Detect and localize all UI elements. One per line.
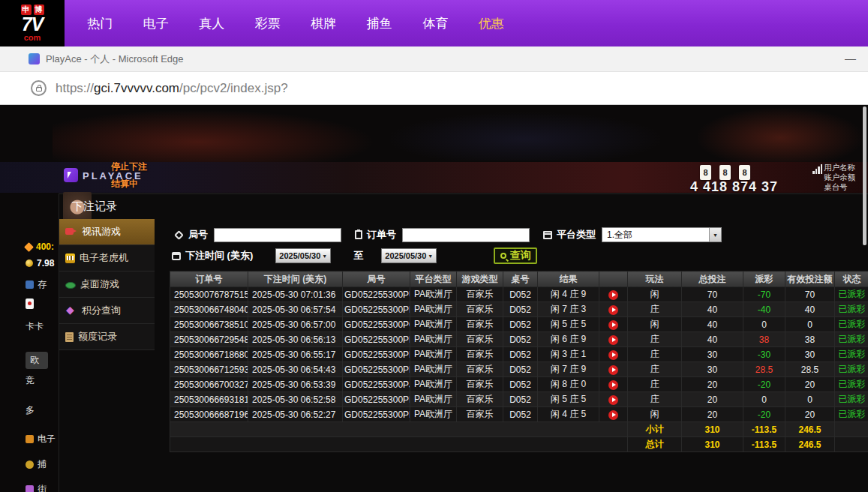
cell-game-type: 百家乐 [457,392,503,407]
order-number-input[interactable] [402,228,530,242]
search-button-label: 查询 [510,249,531,262]
tag-icon [174,230,184,240]
nav-item-真人[interactable]: 真人 [184,0,240,46]
replay-icon[interactable] [608,395,618,405]
modal-menu-item-电子老虎机[interactable]: 电子老虎机 [59,245,155,272]
wallet-balance: 7.98 [26,258,54,268]
search-button[interactable]: 查询 [494,248,537,264]
to-label: 至 [353,249,363,262]
cell-table-no: D052 [503,392,538,407]
scrollbar-thumb[interactable] [863,106,866,245]
frag-label: 存 [38,278,47,291]
cell-table-no: D052 [503,302,538,317]
cell-result: 闲 8 庄 0 [538,377,599,392]
column-header: 玩法 [628,272,682,287]
replay-icon[interactable] [608,290,618,300]
replay-icon[interactable] [608,320,618,330]
total-label: 小计 [628,422,682,437]
total-bet-sum: 310 [682,437,743,452]
modal-menu-item-积分查询[interactable]: 积分查询 [59,298,155,324]
cell-order-id: 250530066738510 [170,317,248,332]
cell-total-bet: 40 [682,302,743,317]
cell-play-type: 庄 [628,332,682,347]
replay-icon[interactable] [608,410,618,420]
cell-table-no: D052 [503,377,538,392]
cell-status: 已派彩 [835,377,868,392]
site-info-lock-icon[interactable] [31,80,47,96]
order-number-label: 订单号 [367,228,396,242]
site-logo[interactable]: 申 博 7V com [0,0,65,46]
table-row: 2505300666931812025-05-30 06:52:58GD0522… [170,392,868,407]
date-from-select[interactable]: 2025/05/30 ▼ [275,248,331,263]
nav-item-彩票[interactable]: 彩票 [240,0,296,46]
table-header-row: 订单号下注时间 (美东)局号平台类型游戏类型桌号结果玩法总投注派彩有效投注额状态 [170,272,868,287]
column-header: 局号 [343,272,410,287]
cell-platform: PA欧洲厅 [410,332,457,347]
cell-result: 闲 7 庄 3 [538,302,599,317]
frag-label: 电子 [38,433,56,446]
menu-item-label: 桌面游戏 [80,278,119,291]
frag-label: 欧 [30,354,39,367]
modal-menu-item-桌面游戏[interactable]: 桌面游戏 [59,272,155,298]
replay-icon[interactable] [608,380,618,390]
minimize-button[interactable]: — [845,52,856,64]
cell-replay [599,362,628,377]
banner-info-label: 账户余额 [824,172,855,182]
cell-valid-bet: 28.5 [785,362,835,377]
cell-result: 闲 5 庄 5 [538,392,599,407]
replay-icon[interactable] [608,305,618,315]
wallet-value: 7.98 [37,258,54,268]
cell-replay [599,302,628,317]
address-bar[interactable]: https://gci.7vvvvv.com/pc/pcv2/index.jsp… [0,72,868,105]
cell-replay [599,317,628,332]
cell-result: 闲 3 庄 1 [538,347,599,362]
cell-round-id: GD052255300PU [343,287,410,302]
cell-status: 已派彩 [835,302,868,317]
cell-table-no: D052 [503,317,538,332]
banner-info-label: 用户名称 [824,163,855,172]
table-row: 2505300667003272025-05-30 06:53:39GD0522… [170,377,868,392]
date-to-select[interactable]: 2025/05/30 ▼ [381,248,437,263]
grand-total-row: 总计310-113.5246.5 [170,437,868,452]
cell-result: 闲 6 庄 9 [538,332,599,347]
cell-game-type: 百家乐 [457,317,503,332]
menu-item-label: 额度记录 [78,330,117,344]
round-number-input[interactable] [214,228,341,242]
cell-total-bet: 70 [682,287,743,302]
cell-game-type: 百家乐 [457,407,503,422]
url-host: gci.7vvvvv.com [94,81,179,95]
modal-menu-item-视讯游戏[interactable]: 视讯游戏 [59,219,155,245]
nav-item-体育[interactable]: 体育 [407,0,464,46]
wallet-value: 400: [36,242,54,252]
cell-order-id: 250530066718680 [170,347,248,362]
table-row: 2505300667295482025-05-30 06:56:13GD0522… [170,332,868,347]
table-row: 2505300666871962025-05-30 06:52:27GD0522… [170,407,868,422]
gold-coin-icon [26,260,33,267]
nav-item-捕鱼[interactable]: 捕鱼 [352,0,408,46]
date-from-value: 2025/05/30 [279,251,320,260]
arcade-icon [26,485,34,492]
cell-valid-bet: 40 [785,302,835,317]
sidebar-fragment: 捕 [26,458,47,471]
cell-round-id: GD052255300PP [343,302,410,317]
sidebar-fragment: 卡卡 [26,320,44,333]
payout-sum: -113.5 [743,437,785,452]
browser-titlebar: PlayAce - 个人 - Microsoft Edge — [0,46,868,72]
modal-menu-item-额度记录[interactable]: 额度记录 [59,324,155,350]
cell-order-id: 250530066712593 [170,362,248,377]
cell-game-type: 百家乐 [457,287,503,302]
cell-order-id: 250530066700327 [170,377,248,392]
nav-item-电子[interactable]: 电子 [128,0,185,46]
replay-icon[interactable] [608,350,618,360]
replay-icon[interactable] [608,365,618,375]
cell-play-type: 闲 [628,317,682,332]
cell-result: 闲 7 庄 9 [538,362,599,377]
replay-icon[interactable] [608,335,618,345]
cell-table-no: D052 [503,407,538,422]
dropdown-arrow-icon: ▼ [709,228,721,242]
platform-type-select[interactable]: 1.全部 ▼ [602,227,722,242]
nav-item-优惠[interactable]: 优惠 [464,0,520,46]
nav-item-热门[interactable]: 热门 [72,0,128,46]
signal-icon [812,164,824,174]
nav-item-棋牌[interactable]: 棋牌 [296,0,352,46]
